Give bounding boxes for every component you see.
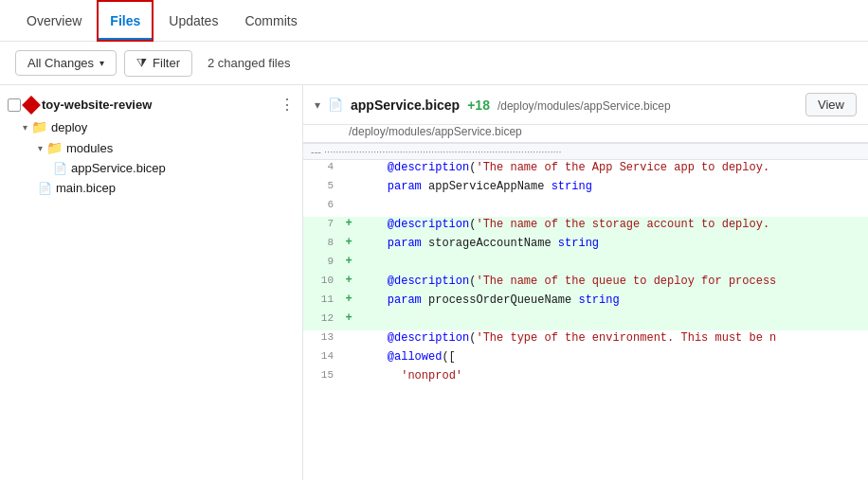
file-name: appService.bicep — [351, 98, 460, 113]
diff-marker — [341, 330, 356, 349]
line-number: 10 — [303, 274, 341, 293]
chevron-down-icon: ▾ — [23, 122, 27, 133]
diff-code: 'nonprod' — [356, 368, 868, 387]
repo-name: toy-website-review — [42, 98, 152, 112]
diff-marker: + — [341, 217, 356, 236]
diff-code: @description('The name of the App Servic… — [356, 160, 868, 179]
more-options-icon[interactable]: ⋮ — [280, 96, 295, 114]
diff-code — [356, 255, 868, 274]
tab-overview[interactable]: Overview — [15, 0, 93, 42]
filter-button[interactable]: ⧩ Filter — [124, 50, 192, 77]
separator-text: --- ····································… — [311, 146, 562, 157]
diff-marker — [341, 179, 356, 198]
code-diff: 4 @description('The name of the App Serv… — [303, 160, 868, 387]
diff-code: @description('The name of the storage ac… — [356, 217, 868, 236]
diff-marker: + — [341, 293, 356, 311]
tab-updates[interactable]: Updates — [157, 0, 229, 42]
line-number: 12 — [303, 311, 341, 330]
line-number: 8 — [303, 236, 341, 255]
line-number: 6 — [303, 198, 341, 217]
diff-row-added: 11 + param processOrderQueueName string — [303, 293, 868, 311]
file-icon: 📄 — [38, 182, 52, 195]
diff-code: param processOrderQueueName string — [356, 293, 868, 311]
line-number: 7 — [303, 217, 341, 236]
diff-row-added: 10 + @description('The name of the queue… — [303, 274, 868, 293]
repo-checkbox[interactable] — [8, 98, 21, 112]
diff-row: 4 @description('The name of the App Serv… — [303, 160, 868, 179]
diff-row: 15 'nonprod' — [303, 368, 868, 387]
line-number: 4 — [303, 160, 341, 179]
all-changes-label: All Changes — [27, 56, 94, 70]
file-label-appservice: appService.bicep — [71, 161, 166, 175]
diff-marker — [341, 349, 356, 368]
tab-files[interactable]: Files — [97, 0, 154, 42]
file-header: ▾ 📄 appService.bicep +18 /deploy/modules… — [303, 85, 868, 125]
code-panel: ▾ 📄 appService.bicep +18 /deploy/modules… — [303, 85, 868, 480]
tree-item-appservice-bicep[interactable]: 📄 appService.bicep — [0, 158, 302, 178]
file-path-sub: /deploy/modules/appService.bicep — [303, 125, 868, 143]
diff-row: 6 — [303, 198, 868, 217]
line-number: 11 — [303, 293, 341, 311]
file-header-left: ▾ 📄 appService.bicep +18 /deploy/modules… — [315, 98, 798, 113]
file-type-icon: 📄 — [328, 98, 343, 112]
diff-marker — [341, 368, 356, 387]
folder-label-modules: modules — [66, 141, 113, 155]
diff-code: param storageAccountName string — [356, 236, 868, 255]
diff-marker — [341, 160, 356, 179]
tree-item-main-bicep[interactable]: 📄 main.bicep — [0, 178, 302, 198]
diff-row-added: 8 + param storageAccountName string — [303, 236, 868, 255]
diff-marker: + — [341, 274, 356, 293]
filter-icon: ⧩ — [136, 56, 147, 71]
main-layout: toy-website-review ⋮ ▾ 📁 deploy ▾ 📁 modu… — [0, 85, 868, 480]
diff-row: 5 param appServiceAppName string — [303, 179, 868, 198]
diff-code: @allowed([ — [356, 349, 868, 368]
line-number: 5 — [303, 179, 341, 198]
diff-marker: + — [341, 255, 356, 274]
diff-row: 14 @allowed([ — [303, 349, 868, 368]
line-number: 13 — [303, 330, 341, 349]
diff-code — [356, 198, 868, 217]
file-path: /deploy/modules/appService.bicep — [497, 99, 671, 113]
diff-code — [356, 311, 868, 330]
diff-row-added: 9 + — [303, 255, 868, 274]
file-label-main: main.bicep — [56, 181, 116, 195]
diff-row: 13 @description('The type of the environ… — [303, 330, 868, 349]
view-button[interactable]: View — [805, 93, 857, 116]
diff-marker: + — [341, 311, 356, 330]
line-number: 15 — [303, 368, 341, 387]
diff-separator: --- ····································… — [303, 143, 868, 160]
file-icon: 📄 — [53, 162, 67, 175]
diff-marker — [341, 198, 356, 217]
toolbar: All Changes ▾ ⧩ Filter 2 changed files — [0, 42, 868, 85]
all-changes-button[interactable]: All Changes ▾ — [15, 50, 117, 76]
changed-files-count: 2 — [208, 56, 214, 70]
tree-item-deploy[interactable]: ▾ 📁 deploy — [0, 116, 302, 137]
tree-item-repo[interactable]: toy-website-review ⋮ — [0, 93, 302, 116]
collapse-icon[interactable]: ▾ — [315, 98, 320, 112]
changed-files-label-text: changed files — [218, 56, 291, 70]
chevron-down-icon: ▾ — [38, 143, 43, 153]
file-tree-sidebar: toy-website-review ⋮ ▾ 📁 deploy ▾ 📁 modu… — [0, 85, 303, 480]
changed-files-info: 2 changed files — [208, 56, 290, 70]
line-number: 9 — [303, 255, 341, 274]
folder-label-deploy: deploy — [51, 120, 87, 134]
folder-icon: 📁 — [31, 119, 47, 134]
diff-row-added: 7 + @description('The name of the storag… — [303, 217, 868, 236]
tab-commits[interactable]: Commits — [233, 0, 308, 42]
chevron-down-icon: ▾ — [99, 58, 104, 68]
tree-item-modules[interactable]: ▾ 📁 modules — [0, 137, 302, 158]
top-nav: Overview Files Updates Commits — [0, 0, 868, 42]
diff-code: @description('The type of the environmen… — [356, 330, 868, 349]
file-additions: +18 — [467, 98, 490, 113]
diff-code: param appServiceAppName string — [356, 179, 868, 198]
folder-icon: 📁 — [46, 140, 63, 155]
repo-icon — [22, 96, 41, 115]
line-number: 14 — [303, 349, 341, 368]
diff-row-added: 12 + — [303, 311, 868, 330]
filter-label: Filter — [153, 56, 180, 70]
diff-marker: + — [341, 236, 356, 255]
diff-code: @description('The name of the queue to d… — [356, 274, 868, 293]
